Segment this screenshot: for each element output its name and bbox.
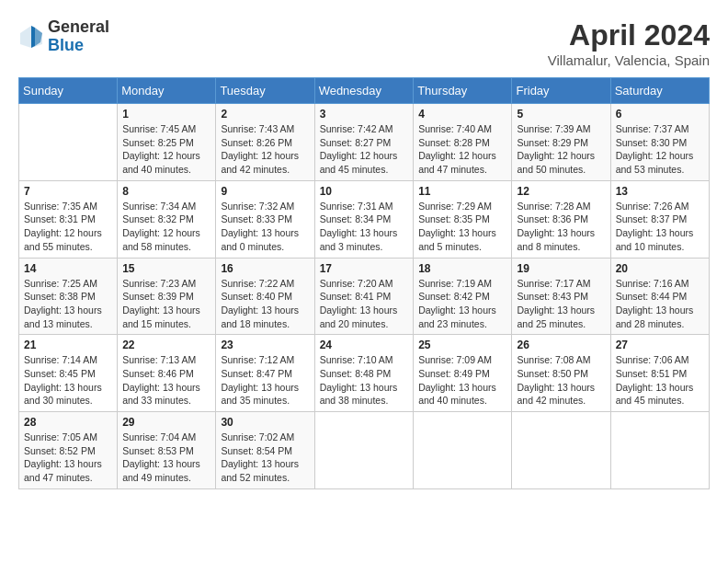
day-number: 12 [517, 185, 605, 198]
calendar-cell: 25Sunrise: 7:09 AMSunset: 8:49 PMDayligh… [414, 335, 512, 412]
day-info: Sunrise: 7:39 AMSunset: 8:29 PMDaylight:… [517, 122, 605, 177]
calendar-week-row: 14Sunrise: 7:25 AMSunset: 8:38 PMDayligh… [19, 258, 710, 335]
day-info: Sunrise: 7:37 AMSunset: 8:30 PMDaylight:… [616, 122, 704, 177]
day-info: Sunrise: 7:05 AMSunset: 8:52 PMDaylight:… [24, 431, 112, 485]
day-number: 7 [24, 185, 112, 198]
day-of-week-header: Monday [118, 78, 216, 104]
calendar-cell: 13Sunrise: 7:26 AMSunset: 8:37 PMDayligh… [610, 180, 709, 258]
day-number: 20 [616, 262, 704, 275]
calendar-cell: 6Sunrise: 7:37 AMSunset: 8:30 PMDaylight… [610, 104, 709, 181]
day-number: 28 [24, 416, 112, 429]
day-info: Sunrise: 7:14 AMSunset: 8:45 PMDaylight:… [24, 353, 112, 408]
day-info: Sunrise: 7:23 AMSunset: 8:39 PMDaylight:… [122, 277, 210, 331]
day-info: Sunrise: 7:09 AMSunset: 8:49 PMDaylight:… [418, 353, 506, 408]
calendar-cell: 19Sunrise: 7:17 AMSunset: 8:43 PMDayligh… [512, 258, 610, 335]
calendar-cell: 9Sunrise: 7:32 AMSunset: 8:33 PMDaylight… [216, 180, 314, 258]
calendar-header-row: SundayMondayTuesdayWednesdayThursdayFrid… [19, 78, 710, 104]
logo-icon [18, 24, 44, 50]
day-of-week-header: Friday [512, 78, 610, 104]
calendar-cell: 14Sunrise: 7:25 AMSunset: 8:38 PMDayligh… [19, 258, 118, 335]
calendar-cell: 30Sunrise: 7:02 AMSunset: 8:54 PMDayligh… [216, 412, 314, 489]
day-number: 10 [320, 185, 409, 198]
calendar-body: 1Sunrise: 7:45 AMSunset: 8:25 PMDaylight… [19, 104, 710, 489]
day-of-week-header: Saturday [610, 78, 709, 104]
day-number: 1 [122, 108, 210, 121]
day-info: Sunrise: 7:45 AMSunset: 8:25 PMDaylight:… [122, 122, 210, 177]
day-number: 4 [418, 108, 506, 121]
calendar-cell: 18Sunrise: 7:19 AMSunset: 8:42 PMDayligh… [414, 258, 512, 335]
calendar-cell [414, 412, 512, 489]
calendar-cell [19, 104, 118, 181]
day-of-week-header: Wednesday [314, 78, 414, 104]
day-number: 8 [122, 185, 210, 198]
day-number: 17 [320, 262, 409, 275]
logo-text: General Blue [48, 18, 109, 55]
day-number: 3 [320, 108, 409, 121]
day-of-week-header: Sunday [19, 78, 118, 104]
calendar-cell [610, 412, 709, 489]
calendar-cell: 20Sunrise: 7:16 AMSunset: 8:44 PMDayligh… [610, 258, 709, 335]
calendar-cell: 10Sunrise: 7:31 AMSunset: 8:34 PMDayligh… [314, 180, 414, 258]
day-info: Sunrise: 7:25 AMSunset: 8:38 PMDaylight:… [24, 277, 112, 331]
day-number: 13 [616, 185, 704, 198]
day-info: Sunrise: 7:08 AMSunset: 8:50 PMDaylight:… [517, 353, 605, 408]
calendar-cell: 8Sunrise: 7:34 AMSunset: 8:32 PMDaylight… [118, 180, 216, 258]
day-info: Sunrise: 7:43 AMSunset: 8:26 PMDaylight:… [221, 122, 309, 177]
day-number: 9 [221, 185, 309, 198]
day-info: Sunrise: 7:29 AMSunset: 8:35 PMDaylight:… [418, 200, 506, 254]
day-info: Sunrise: 7:19 AMSunset: 8:42 PMDaylight:… [418, 277, 506, 331]
calendar-cell: 22Sunrise: 7:13 AMSunset: 8:46 PMDayligh… [118, 335, 216, 412]
calendar-cell: 2Sunrise: 7:43 AMSunset: 8:26 PMDaylight… [216, 104, 314, 181]
calendar-cell: 4Sunrise: 7:40 AMSunset: 8:28 PMDaylight… [414, 104, 512, 181]
day-info: Sunrise: 7:10 AMSunset: 8:48 PMDaylight:… [320, 353, 409, 408]
day-info: Sunrise: 7:12 AMSunset: 8:47 PMDaylight:… [221, 353, 309, 408]
day-number: 6 [616, 108, 704, 121]
calendar-week-row: 7Sunrise: 7:35 AMSunset: 8:31 PMDaylight… [19, 180, 710, 258]
calendar-cell: 23Sunrise: 7:12 AMSunset: 8:47 PMDayligh… [216, 335, 314, 412]
calendar-cell: 7Sunrise: 7:35 AMSunset: 8:31 PMDaylight… [19, 180, 118, 258]
day-number: 2 [221, 108, 309, 121]
day-info: Sunrise: 7:35 AMSunset: 8:31 PMDaylight:… [24, 200, 112, 254]
day-number: 14 [24, 262, 112, 275]
calendar-cell: 12Sunrise: 7:28 AMSunset: 8:36 PMDayligh… [512, 180, 610, 258]
calendar-week-row: 21Sunrise: 7:14 AMSunset: 8:45 PMDayligh… [19, 335, 710, 412]
day-info: Sunrise: 7:17 AMSunset: 8:43 PMDaylight:… [517, 277, 605, 331]
day-of-week-header: Tuesday [216, 78, 314, 104]
calendar-cell: 17Sunrise: 7:20 AMSunset: 8:41 PMDayligh… [314, 258, 414, 335]
day-number: 23 [221, 339, 309, 351]
logo: General Blue [18, 18, 109, 55]
page-header: General Blue April 2024 Villamalur, Vale… [18, 18, 710, 68]
calendar-table: SundayMondayTuesdayWednesdayThursdayFrid… [18, 77, 710, 489]
day-number: 29 [122, 416, 210, 429]
calendar-cell: 21Sunrise: 7:14 AMSunset: 8:45 PMDayligh… [19, 335, 118, 412]
location: Villamalur, Valencia, Spain [548, 52, 710, 68]
day-info: Sunrise: 7:42 AMSunset: 8:27 PMDaylight:… [320, 122, 409, 177]
day-number: 11 [418, 185, 506, 198]
day-info: Sunrise: 7:40 AMSunset: 8:28 PMDaylight:… [418, 122, 506, 177]
month-title: April 2024 [548, 18, 710, 52]
day-info: Sunrise: 7:28 AMSunset: 8:36 PMDaylight:… [517, 200, 605, 254]
calendar-cell: 1Sunrise: 7:45 AMSunset: 8:25 PMDaylight… [118, 104, 216, 181]
calendar-cell: 28Sunrise: 7:05 AMSunset: 8:52 PMDayligh… [19, 412, 118, 489]
day-info: Sunrise: 7:16 AMSunset: 8:44 PMDaylight:… [616, 277, 704, 331]
day-number: 25 [418, 339, 506, 351]
calendar-cell: 27Sunrise: 7:06 AMSunset: 8:51 PMDayligh… [610, 335, 709, 412]
day-info: Sunrise: 7:04 AMSunset: 8:53 PMDaylight:… [122, 431, 210, 485]
day-number: 22 [122, 339, 210, 351]
calendar-cell: 5Sunrise: 7:39 AMSunset: 8:29 PMDaylight… [512, 104, 610, 181]
calendar-cell: 16Sunrise: 7:22 AMSunset: 8:40 PMDayligh… [216, 258, 314, 335]
day-info: Sunrise: 7:06 AMSunset: 8:51 PMDaylight:… [616, 353, 704, 408]
day-number: 19 [517, 262, 605, 275]
day-number: 5 [517, 108, 605, 121]
day-number: 26 [517, 339, 605, 351]
day-number: 24 [320, 339, 409, 351]
day-number: 21 [24, 339, 112, 351]
day-of-week-header: Thursday [414, 78, 512, 104]
day-number: 18 [418, 262, 506, 275]
day-number: 27 [616, 339, 704, 351]
calendar-cell: 29Sunrise: 7:04 AMSunset: 8:53 PMDayligh… [118, 412, 216, 489]
day-info: Sunrise: 7:26 AMSunset: 8:37 PMDaylight:… [616, 200, 704, 254]
calendar-cell: 26Sunrise: 7:08 AMSunset: 8:50 PMDayligh… [512, 335, 610, 412]
title-block: April 2024 Villamalur, Valencia, Spain [548, 18, 710, 68]
calendar-cell: 24Sunrise: 7:10 AMSunset: 8:48 PMDayligh… [314, 335, 414, 412]
